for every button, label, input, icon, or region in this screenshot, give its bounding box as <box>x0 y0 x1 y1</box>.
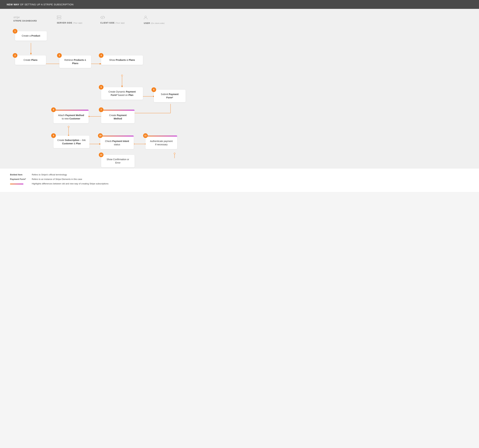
badge-4: 4 <box>99 53 104 58</box>
badge-1: 1 <box>13 29 17 33</box>
node-10: 10 Check Payment Intent status <box>100 136 134 149</box>
legend-desc-3: Highlights differences between old and n… <box>32 182 108 185</box>
diagram-area: 1 Create a Product 2 Create Plans 3 Retr… <box>7 28 472 158</box>
legend-label-2: Payment Form* <box>10 178 32 180</box>
server-icon <box>57 16 61 20</box>
page-header: NEW WAY OF SETTING UP A STRIPE SUBSCRIPT… <box>0 0 479 9</box>
gradient-bar-11 <box>146 136 177 136</box>
header-bold: NEW WAY <box>7 3 19 6</box>
col-server-subtitle: (Your app) <box>73 22 82 24</box>
legend-desc-2: Refers to an instance of Stripe Elements… <box>32 178 82 180</box>
legend: Bolded Item Refers to Stripe's official … <box>0 168 479 192</box>
legend-row-1: Bolded Item Refers to Stripe's official … <box>10 173 469 176</box>
badge-9: 9 <box>51 133 56 138</box>
svg-point-31 <box>174 153 175 154</box>
node-12: 12 Show Confirmation or Error <box>101 155 135 167</box>
stripe-logo-icon: stripe <box>13 16 20 19</box>
gradient-bar-10 <box>100 136 134 136</box>
col-server-side: SERVER-SIDE (Your app) <box>57 16 100 28</box>
badge-8: 8 <box>51 107 56 112</box>
node-6: 6 Submit Payment Form* <box>154 90 186 102</box>
node-5: 5 Create Dynamic Payment Form* based on … <box>101 87 143 100</box>
badge-12: 12 <box>99 153 104 157</box>
svg-line-4 <box>102 16 103 19</box>
node-3: 3 Retrieve Products & Plans <box>59 55 91 68</box>
legend-row-2: Payment Form* Refers to an instance of S… <box>10 178 469 180</box>
badge-10: 10 <box>98 133 103 138</box>
svg-point-5 <box>145 16 146 18</box>
svg-point-12 <box>121 75 123 76</box>
col-user-title: USER <box>144 22 150 24</box>
code-icon <box>100 16 105 20</box>
column-headers: stripe STRIPE DASHBOARD SERVER-SIDE (You… <box>7 16 472 28</box>
legend-row-3: Highlights differences between old and n… <box>10 182 469 185</box>
col-client-subtitle: (Your app) <box>115 22 125 24</box>
gradient-bar-8 <box>53 110 89 110</box>
node-11: 11 Authenticate payment if necessary <box>146 136 177 149</box>
main-content: stripe STRIPE DASHBOARD SERVER-SIDE (You… <box>0 9 479 168</box>
legend-desc-1: Refers to Stripe's official terminology <box>32 173 67 176</box>
legend-gradient-label <box>10 183 32 184</box>
node-7: 7 Create Payment Method <box>101 110 135 123</box>
col-stripe-dashboard: stripe STRIPE DASHBOARD <box>13 16 57 28</box>
svg-point-3 <box>58 18 58 19</box>
col-user: USER (On client-side) <box>144 16 180 28</box>
legend-label-1: Bolded Item <box>10 173 32 176</box>
user-icon <box>144 16 147 20</box>
node-8: 8 Attach Payment Method to new Customer <box>53 110 89 123</box>
gradient-bar-7 <box>101 110 135 110</box>
col-server-title: SERVER-SIDE <box>57 22 72 24</box>
badge-5: 5 <box>99 85 104 90</box>
badge-3: 3 <box>57 53 62 58</box>
svg-point-23 <box>68 126 69 127</box>
badge-2: 2 <box>13 53 17 58</box>
node-1: 1 Create a Product <box>15 31 47 41</box>
badge-6: 6 <box>152 87 156 92</box>
legend-gradient-bar <box>10 184 23 184</box>
svg-point-2 <box>58 16 58 17</box>
col-client-title: CLIENT-SIDE <box>100 22 115 24</box>
header-rest: OF SETTING UP A STRIPE SUBSCRIPTION <box>19 3 73 6</box>
col-stripe-title: STRIPE DASHBOARD <box>13 20 37 22</box>
badge-7: 7 <box>99 107 104 112</box>
badge-11: 11 <box>143 133 148 138</box>
node-9: 9 Create Subscription -- link Customer &… <box>53 136 89 148</box>
col-client-side: CLIENT-SIDE (Your app) <box>100 16 144 28</box>
node-2: 2 Create Plans <box>15 55 46 65</box>
svg-marker-7 <box>30 53 32 55</box>
col-user-subtitle: (On client-side) <box>151 22 165 24</box>
node-4: 4 Show Products & Plans <box>101 55 143 65</box>
